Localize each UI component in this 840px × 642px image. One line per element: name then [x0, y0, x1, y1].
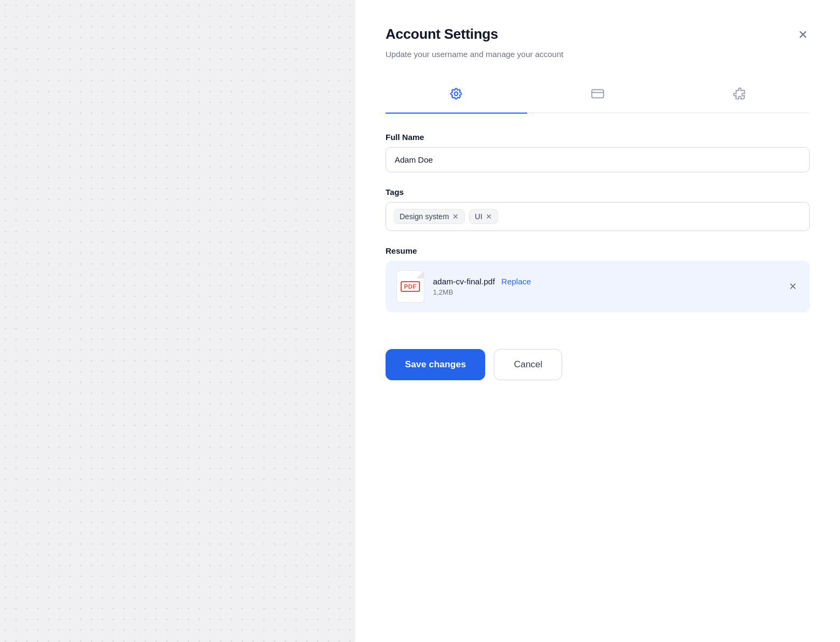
modal-title: Account Settings — [386, 26, 498, 43]
tags-label: Tags — [386, 187, 810, 197]
pdf-label: PDF — [401, 281, 420, 292]
save-button[interactable]: Save changes — [386, 349, 485, 380]
resume-field-group: Resume PDF adam-cv-final.pdf Replace 1,2… — [386, 246, 810, 312]
svg-rect-0 — [592, 89, 604, 97]
tags-input[interactable]: Design system ✕ UI ✕ — [386, 202, 810, 231]
resume-close-icon: ✕ — [789, 281, 797, 292]
close-button[interactable]: ✕ — [796, 26, 810, 44]
replace-link[interactable]: Replace — [501, 277, 531, 286]
tag-ui: UI ✕ — [469, 209, 498, 224]
tag-design-system-remove[interactable]: ✕ — [452, 213, 459, 220]
tab-extensions[interactable] — [668, 78, 810, 114]
resume-container: PDF adam-cv-final.pdf Replace 1,2MB ✕ — [386, 261, 810, 312]
resume-size: 1,2MB — [433, 288, 778, 296]
resume-label: Resume — [386, 246, 810, 255]
tab-settings[interactable] — [386, 78, 527, 114]
cancel-button[interactable]: Cancel — [494, 349, 562, 380]
modal-header: Account Settings ✕ — [386, 26, 810, 44]
full-name-input[interactable] — [386, 147, 810, 172]
modal-panel: Account Settings ✕ Update your username … — [355, 0, 840, 642]
tag-design-system-label: Design system — [400, 212, 449, 221]
modal-subtitle: Update your username and manage your acc… — [386, 48, 810, 61]
tag-ui-label: UI — [475, 212, 482, 221]
full-name-field-group: Full Name — [386, 132, 810, 172]
full-name-label: Full Name — [386, 132, 810, 142]
tag-design-system: Design system ✕ — [394, 209, 465, 224]
resume-remove-button[interactable]: ✕ — [787, 278, 799, 295]
gear-icon — [449, 87, 463, 104]
resume-filename-text: adam-cv-final.pdf — [433, 277, 495, 286]
close-icon: ✕ — [798, 28, 808, 42]
credit-card-icon — [591, 87, 605, 104]
background-panel — [0, 0, 355, 642]
pdf-icon-wrapper: PDF — [396, 270, 424, 303]
resume-filename: adam-cv-final.pdf Replace — [433, 277, 778, 286]
actions-row: Save changes Cancel — [386, 349, 810, 380]
pdf-icon: PDF — [396, 270, 424, 303]
tabs-container — [386, 78, 810, 114]
resume-info: adam-cv-final.pdf Replace 1,2MB — [433, 277, 778, 296]
puzzle-icon — [732, 87, 746, 104]
tab-billing[interactable] — [527, 78, 669, 114]
tags-field-group: Tags Design system ✕ UI ✕ — [386, 187, 810, 231]
tag-ui-remove[interactable]: ✕ — [486, 213, 492, 220]
